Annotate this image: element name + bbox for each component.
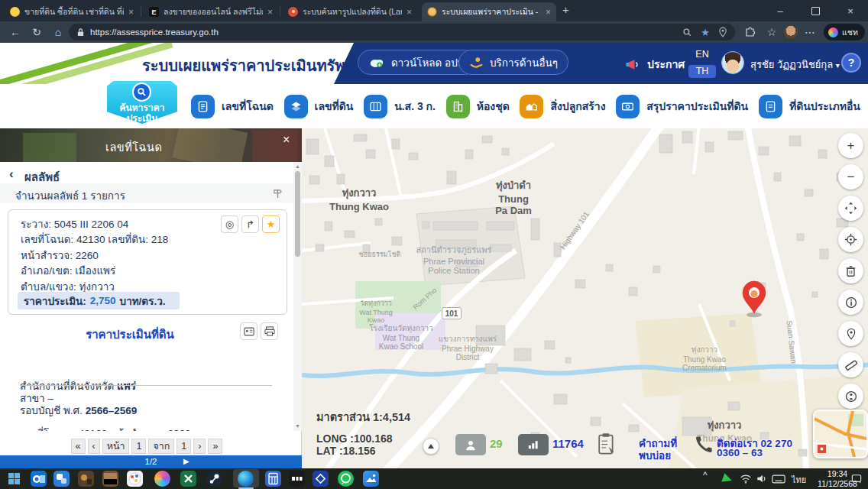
measure-button[interactable] [838, 352, 863, 377]
taskbar-whatsapp-icon[interactable] [338, 471, 354, 487]
browser-profile-avatar[interactable] [784, 25, 798, 39]
scroll-down-icon[interactable]: ▼ [295, 423, 300, 429]
result-district-line: อำเภอ/เขต: เมืองแพร่ [21, 264, 287, 279]
contact-card-button[interactable] [240, 322, 257, 340]
locate-on-map-button[interactable]: ◎ [221, 215, 238, 233]
pan-button[interactable] [838, 196, 863, 221]
back-button[interactable]: ← [6, 21, 24, 43]
page-first-button[interactable]: « [71, 439, 86, 454]
page-last-button[interactable]: » [208, 439, 222, 454]
wifi-icon[interactable] [740, 474, 752, 484]
lang-en-toggle[interactable]: EN [688, 49, 716, 60]
page-views-badge [518, 434, 549, 455]
taskbar-game2-icon[interactable] [102, 471, 118, 487]
faq-clipboard-icon[interactable] [598, 432, 616, 455]
close-window-button[interactable]: × [833, 0, 868, 21]
announcements-button[interactable]: ประกาศ [625, 56, 685, 73]
search-icon[interactable] [682, 28, 692, 37]
tab-close-icon[interactable]: × [406, 7, 412, 18]
map-canvas[interactable]: ทุ่งกวาว Thung Kwao ทุ่งป่าดำ Thung Pa D… [302, 128, 868, 468]
taskbar-steam-icon[interactable] [206, 471, 222, 487]
search-price-badge[interactable]: ค้นหาราคา ประเมิน [107, 81, 177, 124]
info-button[interactable] [838, 290, 863, 315]
street-view-button[interactable] [838, 384, 863, 409]
tray-language-indicator[interactable]: ไทย [792, 473, 806, 487]
page-prev-button[interactable]: ‹ [88, 439, 100, 454]
tray-hidden-icons-chevron[interactable]: ^ [703, 470, 708, 481]
tab-close-icon[interactable]: × [267, 7, 273, 18]
favorite-star-button[interactable]: ★ [262, 215, 280, 233]
share-button[interactable]: ↱ [241, 215, 259, 233]
zoom-out-button[interactable]: − [838, 164, 863, 189]
maximize-button[interactable] [798, 0, 833, 21]
scrollbar-thumb[interactable] [295, 171, 300, 257]
bookmark-star-icon[interactable]: ★ [701, 27, 710, 38]
extensions-icon[interactable] [744, 27, 756, 38]
taskbar-paint-icon[interactable] [127, 471, 143, 487]
taskbar-blue-app-icon[interactable] [313, 471, 329, 487]
overview-minimap[interactable] [813, 410, 868, 458]
notification-center-icon[interactable] [851, 474, 862, 484]
other-services-button[interactable]: บริการด้านอื่นๆ [458, 50, 568, 75]
refresh-button[interactable]: ↻ [28, 21, 46, 43]
browser-tab-1[interactable]: ขายที่ดิน ซื้อที่ดิน เช่าที่ดิน ที่ดินเป… [5, 2, 139, 21]
taskbar-excel-icon[interactable] [180, 471, 196, 487]
nav-item-buildings[interactable]: สิ่งปลูกสร้าง [520, 95, 605, 118]
nav-item-title-deed[interactable]: เลขที่โฉนด [191, 95, 274, 118]
settings-more-icon[interactable]: ⋯ [801, 21, 819, 43]
copilot-chat-button[interactable]: แชท [824, 24, 865, 40]
clear-map-button[interactable] [838, 258, 863, 283]
browser-tab-2[interactable]: E ลงขายของออนไลน์ ลงฟรีไม่เสียค่าใช้จ...… [144, 2, 278, 21]
page-current[interactable]: 1 [131, 439, 146, 454]
tab-close-icon[interactable]: × [546, 7, 551, 18]
address-bar[interactable]: https://assessprice.treasury.go.th ★ [69, 24, 735, 40]
nav-item-other-land-types[interactable]: ที่ดินประเภทอื่น [759, 95, 860, 118]
taskbar-edge-icon[interactable] [238, 471, 254, 487]
new-tab-button[interactable]: + [562, 3, 569, 16]
taskbar-photos-icon[interactable] [363, 471, 379, 487]
contact-phone-line2[interactable]: 0360 – 63 [717, 447, 763, 458]
scroll-up-icon[interactable]: ▲ [295, 164, 300, 169]
collections-hub-icon[interactable]: ☆ [763, 21, 781, 43]
zoom-in-button[interactable]: + [838, 133, 863, 158]
home-button[interactable]: ⌂ [49, 21, 67, 43]
faq-link-line2[interactable]: พบบ่อย [639, 447, 671, 464]
taskbar-calculator-icon[interactable] [265, 471, 281, 487]
tray-green-flag-icon[interactable] [721, 473, 733, 484]
taskbar-dark-app-icon[interactable] [289, 471, 305, 487]
user-menu[interactable]: สุรชัย วัฏฏวนิชย์กุล ▾ [750, 57, 840, 73]
taskbar-outlook-icon[interactable] [31, 471, 47, 487]
nav-item-condo[interactable]: ห้องชุด [446, 95, 510, 118]
tab-close-icon[interactable]: × [128, 7, 134, 18]
user-avatar[interactable] [721, 51, 744, 74]
taskbar-copilot-icon[interactable] [154, 471, 170, 487]
back-chevron-icon[interactable]: ‹ [9, 167, 14, 182]
help-button[interactable]: ? [841, 53, 861, 73]
location-pin-icon[interactable] [718, 27, 727, 37]
carousel-play-icon[interactable]: ▶ [183, 457, 189, 465]
nav-item-parcel-number[interactable]: เลขที่ดิน [284, 95, 354, 118]
collapse-footer-button[interactable] [423, 438, 439, 455]
touch-keyboard-icon[interactable] [772, 474, 785, 484]
result-count-row: จำนวนผลลัพธ์ 1 รายการ [0, 183, 293, 203]
start-button[interactable] [6, 471, 22, 487]
taskbar-game-icon[interactable] [78, 471, 94, 487]
locate-me-button[interactable] [838, 227, 863, 252]
nav-item-land-price-summary[interactable]: สรุปราคาประเมินที่ดิน [616, 95, 748, 118]
browser-tab-active[interactable]: ระบบเผยแพร่ราคาประเมิน - กรมธนารัก... × [422, 2, 556, 21]
drop-pin-button[interactable] [838, 321, 863, 346]
result-card[interactable]: ระวาง: 5045 III 2206 04 เลขที่โฉนด: 4213… [8, 209, 287, 315]
announce-label: ประกาศ [647, 56, 685, 73]
taskbar-widgets-icon[interactable] [53, 471, 70, 487]
page-next-button[interactable]: › [193, 439, 206, 454]
browser-tab-3[interactable]: ระบบค้นหารูปแปลงที่ดิน (LandsMaps) × [283, 2, 417, 21]
minimize-button[interactable]: – [763, 0, 798, 21]
up-triangle-icon [428, 444, 434, 449]
volume-icon[interactable] [756, 474, 767, 484]
lang-th-toggle[interactable]: TH [688, 65, 716, 78]
nav-item-nor-sor-3[interactable]: น.ส. 3 ก. [364, 95, 436, 118]
print-button[interactable] [261, 322, 278, 340]
close-panel-icon[interactable]: × [283, 133, 290, 147]
route-signpost-icon[interactable] [272, 188, 283, 199]
results-panel: เลขที่โฉนด × ‹ ผลลัพธ์ จำนวนผลลัพธ์ 1 รา… [0, 128, 302, 468]
